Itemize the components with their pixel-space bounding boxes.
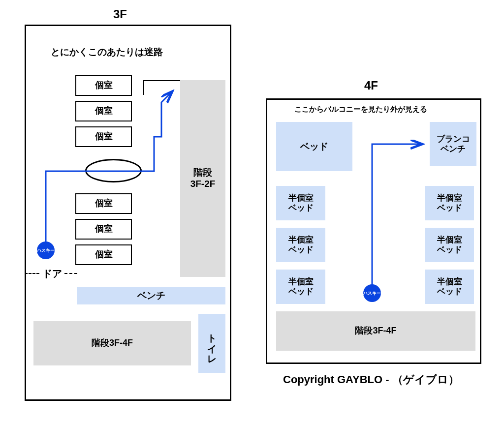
floor3-divider-h — [143, 80, 180, 81]
floor4-husky-marker: ハスキー — [363, 284, 381, 302]
floor3-room-top-1: 個室 — [75, 75, 132, 96]
floor3-toilet: トイレ — [198, 314, 225, 373]
floor4-title: 4F — [364, 79, 378, 92]
floor3-room-bot-2: 個室 — [75, 219, 132, 240]
floor4-halfbed-R2: 半個室 ベッド — [425, 228, 474, 262]
floor4-halfbed-L1: 半個室 ベッド — [276, 186, 325, 220]
copyright-text: Copyright GAYBLO - （ゲイブロ） — [283, 372, 459, 387]
floor3-husky-marker: ハスキー — [37, 242, 55, 259]
floor4-stairs: 階段3F-4F — [276, 311, 475, 351]
floor4-swing-bench: ブランコ ベンチ — [430, 122, 476, 166]
floor3-stairs-3f2f: 階段 3F-2F — [180, 80, 225, 277]
floor3-door-label: ドア — [42, 267, 62, 280]
floor3-title: 3F — [113, 7, 127, 21]
floor4-halfbed-L2: 半個室 ベッド — [276, 228, 325, 262]
floor4-balcony-note: ここからバルコニーを見たり外が見える — [294, 105, 427, 114]
floor3-room-bot-1: 個室 — [75, 193, 132, 214]
floor4-plan: ここからバルコニーを見たり外が見える ベッド ブランコ ベンチ 半個室 ベッド … — [266, 98, 481, 364]
floor3-bench: ベンチ — [77, 287, 225, 304]
floor4-halfbed-R1: 半個室 ベッド — [425, 186, 474, 220]
floor3-maze-note: とにかくこのあたりは迷路 — [51, 46, 163, 59]
floor4-halfbed-L3: 半個室 ベッド — [276, 270, 325, 304]
floor3-room-top-2: 個室 — [75, 101, 132, 121]
floor3-divider-top — [143, 80, 144, 95]
floor3-plan: とにかくこのあたりは迷路 個室 個室 個室 個室 個室 個室 階段 3F-2F … — [25, 25, 231, 401]
floor3-dash-right — [64, 273, 77, 274]
floor3-room-top-3: 個室 — [75, 126, 132, 147]
floor4-halfbed-R3: 半個室 ベッド — [425, 270, 474, 304]
floor3-dash-left — [25, 273, 39, 274]
floor4-bed: ベッド — [276, 122, 352, 171]
floor3-stairs-3f4f: 階段3F-4F — [33, 321, 191, 365]
floor3-ellipse-area — [85, 159, 142, 182]
floor3-room-bot-3: 個室 — [75, 244, 132, 265]
